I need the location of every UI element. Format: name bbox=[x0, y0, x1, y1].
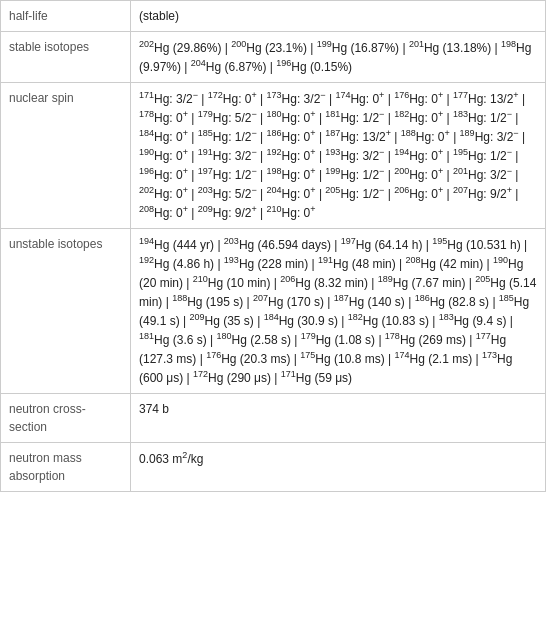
property-value: 374 b bbox=[131, 394, 546, 443]
property-label: nuclear spin bbox=[1, 83, 131, 229]
property-label: neutron cross-section bbox=[1, 394, 131, 443]
property-value: 171Hg: 3/2− | 172Hg: 0+ | 173Hg: 3/2− | … bbox=[131, 83, 546, 229]
property-value: (stable) bbox=[131, 1, 546, 32]
property-label: unstable isotopes bbox=[1, 229, 131, 394]
table-row: nuclear spin171Hg: 3/2− | 172Hg: 0+ | 17… bbox=[1, 83, 546, 229]
table-row: unstable isotopes194Hg (444 yr) | 203Hg … bbox=[1, 229, 546, 394]
properties-table: half-life(stable)stable isotopes202Hg (2… bbox=[0, 0, 546, 492]
property-value: 0.063 m2/kg bbox=[131, 443, 546, 492]
table-row: neutron cross-section374 b bbox=[1, 394, 546, 443]
property-label: neutron mass absorption bbox=[1, 443, 131, 492]
property-value: 194Hg (444 yr) | 203Hg (46.594 days) | 1… bbox=[131, 229, 546, 394]
property-label: stable isotopes bbox=[1, 32, 131, 83]
table-row: stable isotopes202Hg (29.86%) | 200Hg (2… bbox=[1, 32, 546, 83]
table-row: half-life(stable) bbox=[1, 1, 546, 32]
table-row: neutron mass absorption0.063 m2/kg bbox=[1, 443, 546, 492]
property-value: 202Hg (29.86%) | 200Hg (23.1%) | 199Hg (… bbox=[131, 32, 546, 83]
property-label: half-life bbox=[1, 1, 131, 32]
